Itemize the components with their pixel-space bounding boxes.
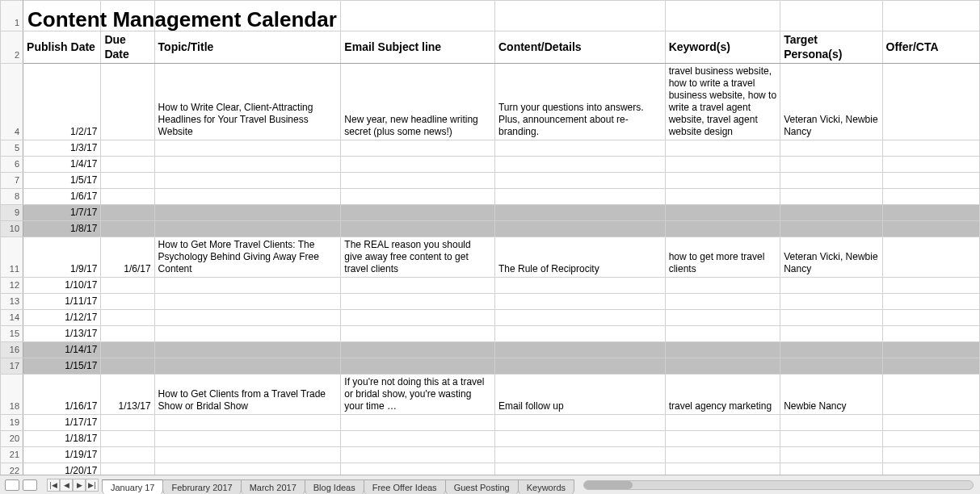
- cell[interactable]: [882, 358, 979, 375]
- cell[interactable]: [780, 310, 882, 326]
- cell[interactable]: The REAL reason you should give away fre…: [341, 237, 495, 278]
- cell[interactable]: [882, 310, 979, 326]
- cell[interactable]: [494, 431, 665, 447]
- cell[interactable]: [665, 326, 780, 342]
- sheet-tab[interactable]: Guest Posting: [445, 479, 519, 494]
- cell[interactable]: [154, 173, 341, 189]
- cell[interactable]: New year, new headline writing secret (p…: [341, 64, 495, 140]
- cell[interactable]: [665, 415, 780, 431]
- scroll-thumb[interactable]: [584, 481, 633, 489]
- cell[interactable]: [780, 278, 882, 294]
- cell[interactable]: [154, 415, 341, 431]
- column-header[interactable]: Offer/CTA: [882, 31, 979, 64]
- cell[interactable]: [882, 375, 979, 415]
- cell[interactable]: [780, 189, 882, 205]
- cell[interactable]: 1/11/17: [23, 294, 101, 310]
- cell[interactable]: [341, 140, 495, 157]
- cell[interactable]: [154, 189, 341, 205]
- cell[interactable]: [665, 358, 780, 375]
- cell[interactable]: [341, 189, 495, 205]
- cell[interactable]: [882, 64, 979, 140]
- row-header[interactable]: 13: [1, 294, 23, 310]
- cell[interactable]: [101, 64, 154, 140]
- cell[interactable]: [494, 294, 665, 310]
- row-header[interactable]: 2: [1, 31, 23, 64]
- nav-first-button[interactable]: |◀: [47, 479, 60, 492]
- cell[interactable]: [101, 221, 154, 237]
- row-header[interactable]: 8: [1, 189, 23, 205]
- cell[interactable]: [494, 278, 665, 294]
- cell[interactable]: 1/4/17: [23, 157, 101, 173]
- sheet-tab[interactable]: January 17: [102, 479, 163, 494]
- grid[interactable]: 12Publish DateDue DateTopic/TitleEmail S…: [0, 0, 980, 494]
- cell[interactable]: [101, 326, 154, 342]
- row-header[interactable]: 5: [1, 140, 23, 157]
- cell[interactable]: travel agency marketing: [665, 375, 780, 415]
- cell[interactable]: How to Write Clear, Client-Attracting He…: [154, 64, 341, 140]
- cell[interactable]: 1/8/17: [23, 221, 101, 237]
- cell[interactable]: [101, 157, 154, 173]
- column-header[interactable]: Content/Details: [494, 31, 665, 64]
- cell[interactable]: [665, 189, 780, 205]
- row-header[interactable]: 10: [1, 221, 23, 237]
- row-header[interactable]: 19: [1, 415, 23, 431]
- cell[interactable]: [780, 358, 882, 375]
- cell[interactable]: [341, 447, 495, 463]
- cell[interactable]: How to Get More Travel Clients: The Psyc…: [154, 237, 341, 278]
- cell[interactable]: [780, 173, 882, 189]
- cell[interactable]: [341, 415, 495, 431]
- cell[interactable]: [494, 189, 665, 205]
- cell[interactable]: [154, 278, 341, 294]
- cell[interactable]: 1/13/17: [23, 326, 101, 342]
- title-cell[interactable]: [494, 1, 665, 31]
- cell[interactable]: [780, 415, 882, 431]
- row-header[interactable]: 18: [1, 375, 23, 415]
- cell[interactable]: [154, 326, 341, 342]
- cell[interactable]: How to Get Clients from a Travel Trade S…: [154, 375, 341, 415]
- cell[interactable]: [780, 294, 882, 310]
- row-header[interactable]: 16: [1, 342, 23, 358]
- cell[interactable]: [341, 342, 495, 358]
- cell[interactable]: [882, 221, 979, 237]
- cell[interactable]: [665, 173, 780, 189]
- cell[interactable]: [780, 140, 882, 157]
- cell[interactable]: [101, 205, 154, 221]
- cell[interactable]: [665, 278, 780, 294]
- row-header[interactable]: 14: [1, 310, 23, 326]
- cell[interactable]: [882, 278, 979, 294]
- column-header[interactable]: Topic/Title: [154, 31, 341, 64]
- cell[interactable]: [665, 205, 780, 221]
- cell[interactable]: [665, 140, 780, 157]
- title-cell[interactable]: [780, 1, 882, 31]
- title-cell[interactable]: [101, 1, 154, 31]
- title-cell[interactable]: [341, 1, 495, 31]
- row-header[interactable]: 20: [1, 431, 23, 447]
- nav-next-button[interactable]: ▶: [73, 479, 86, 492]
- cell[interactable]: [494, 221, 665, 237]
- cell[interactable]: how to get more travel clients: [665, 237, 780, 278]
- cell[interactable]: 1/2/17: [23, 64, 101, 140]
- cell[interactable]: [665, 310, 780, 326]
- cell[interactable]: [341, 205, 495, 221]
- row-header[interactable]: 1: [1, 1, 23, 31]
- cell[interactable]: Veteran Vicki, Newbie Nancy: [780, 64, 882, 140]
- title-cell[interactable]: [882, 1, 979, 31]
- cell[interactable]: [665, 294, 780, 310]
- cell[interactable]: [154, 294, 341, 310]
- horizontal-scrollbar[interactable]: [583, 480, 974, 490]
- cell[interactable]: [154, 358, 341, 375]
- row-header[interactable]: 6: [1, 157, 23, 173]
- cell[interactable]: [882, 173, 979, 189]
- cell[interactable]: [101, 447, 154, 463]
- cell[interactable]: [341, 431, 495, 447]
- cell[interactable]: [780, 326, 882, 342]
- cell[interactable]: [494, 140, 665, 157]
- cell[interactable]: [882, 157, 979, 173]
- row-header[interactable]: 12: [1, 278, 23, 294]
- cell[interactable]: 1/15/17: [23, 358, 101, 375]
- page-layout-view-icon[interactable]: [23, 479, 37, 491]
- cell[interactable]: [101, 173, 154, 189]
- cell[interactable]: 1/3/17: [23, 140, 101, 157]
- cell[interactable]: 1/5/17: [23, 173, 101, 189]
- cell[interactable]: Veteran Vicki, Newbie Nancy: [780, 237, 882, 278]
